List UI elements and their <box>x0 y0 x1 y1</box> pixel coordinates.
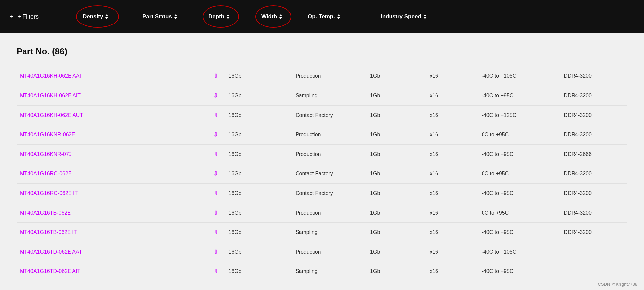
industry-speed-label: Industry Speed <box>381 13 421 20</box>
table-row: MT40A1G16KNR-075⇩16GbProduction1Gbx16-40… <box>17 145 627 164</box>
part-status-cell: Sampling <box>292 223 367 242</box>
download-icon[interactable]: ⇩ <box>213 210 218 216</box>
depth-cell: 1Gb <box>367 125 426 145</box>
depth-label: Depth <box>208 13 224 20</box>
width-sort-icon <box>279 14 282 19</box>
width-cell: x16 <box>426 262 479 281</box>
part-number-link[interactable]: MT40A1G16TB-062E <box>20 210 71 216</box>
width-cell: x16 <box>426 242 479 262</box>
download-icon[interactable]: ⇩ <box>213 190 218 197</box>
download-icon[interactable]: ⇩ <box>213 112 218 119</box>
part-number-link[interactable]: MT40A1G16KH-062E AAT <box>20 73 82 79</box>
op-temp-cell: -40C to +95C <box>479 223 561 242</box>
depth-cell: 1Gb <box>367 86 426 106</box>
download-icon[interactable]: ⇩ <box>213 131 218 138</box>
depth-cell: 1Gb <box>367 203 426 223</box>
col-header-op-temp[interactable]: Op. Temp. <box>308 13 381 20</box>
industry-speed-cell: DDR4-3200 <box>560 125 627 145</box>
density-cell: 16Gb <box>225 67 292 86</box>
width-cell: x16 <box>426 184 479 203</box>
op-temp-cell: -40C to +95C <box>479 86 561 106</box>
density-cell: 16Gb <box>225 223 292 242</box>
depth-sort-icon <box>226 14 230 19</box>
op-temp-cell: -40C to +125C <box>479 106 561 125</box>
density-label: Density <box>83 13 103 20</box>
depth-cell: 1Gb <box>367 67 426 86</box>
table-row: MT40A1G16TB-062E⇩16GbProduction1Gbx160C … <box>17 203 627 223</box>
part-status-cell: Production <box>292 125 367 145</box>
density-cell: 16Gb <box>225 164 292 184</box>
part-number-link[interactable]: MT40A1G16TD-062E AIT <box>20 268 80 274</box>
table-row: MT40A1G16TD-062E AIT⇩16GbSampling1Gbx16-… <box>17 262 627 281</box>
op-temp-cell: -40C to +105C <box>479 242 561 262</box>
table-row: MT40A1G16KH-062E AAT⇩16GbProduction1Gbx1… <box>17 67 627 86</box>
col-header-depth[interactable]: Depth <box>208 13 261 20</box>
col-header-density[interactable]: Density <box>83 13 142 20</box>
depth-cell: 1Gb <box>367 262 426 281</box>
op-temp-cell: -40C to +105C <box>479 67 561 86</box>
part-status-sort-icon <box>174 14 177 19</box>
part-status-cell: Production <box>292 67 367 86</box>
part-number-link[interactable]: MT40A1G16KNR-075 <box>20 151 72 157</box>
density-cell: 16Gb <box>225 184 292 203</box>
part-number-link[interactable]: MT40A1G16KNR-062E <box>20 132 75 137</box>
op-temp-cell: -40C to +95C <box>479 184 561 203</box>
industry-speed-cell <box>560 242 627 262</box>
col-header-industry-speed[interactable]: Industry Speed <box>381 13 440 20</box>
depth-cell: 1Gb <box>367 145 426 164</box>
section-title: Part No. (86) <box>17 46 627 57</box>
table-row: MT40A1G16KH-062E AUT⇩16GbContact Factory… <box>17 106 627 125</box>
width-cell: x16 <box>426 125 479 145</box>
col-header-width[interactable]: Width <box>261 13 308 20</box>
download-icon[interactable]: ⇩ <box>213 92 218 99</box>
part-number-link[interactable]: MT40A1G16TD-062E AAT <box>20 249 82 255</box>
depth-cell: 1Gb <box>367 164 426 184</box>
column-headers: Density Part Status Depth <box>83 13 634 20</box>
depth-cell: 1Gb <box>367 223 426 242</box>
density-cell: 16Gb <box>225 242 292 262</box>
part-number-link[interactable]: MT40A1G16RC-062E IT <box>20 190 78 196</box>
width-cell: x16 <box>426 223 479 242</box>
part-status-cell: Production <box>292 242 367 262</box>
part-number-link[interactable]: MT40A1G16KH-062E AUT <box>20 112 83 118</box>
depth-cell: 1Gb <box>367 242 426 262</box>
download-icon[interactable]: ⇩ <box>213 249 218 255</box>
part-number-link[interactable]: MT40A1G16TB-062E IT <box>20 229 77 235</box>
part-number-link[interactable]: MT40A1G16RC-062E <box>20 171 72 176</box>
download-icon[interactable]: ⇩ <box>213 151 218 158</box>
table-row: MT40A1G16RC-062E⇩16GbContact Factory1Gbx… <box>17 164 627 184</box>
op-temp-label: Op. Temp. <box>308 13 335 20</box>
part-status-cell: Production <box>292 145 367 164</box>
part-status-cell: Sampling <box>292 262 367 281</box>
depth-cell: 1Gb <box>367 184 426 203</box>
parts-table: MT40A1G16KH-062E AAT⇩16GbProduction1Gbx1… <box>17 67 627 281</box>
op-temp-cell: 0C to +95C <box>479 164 561 184</box>
industry-speed-cell: DDR4-3200 <box>560 106 627 125</box>
width-cell: x16 <box>426 86 479 106</box>
part-status-cell: Contact Factory <box>292 184 367 203</box>
depth-cell: 1Gb <box>367 106 426 125</box>
width-cell: x16 <box>426 164 479 184</box>
filters-label: + Filters <box>18 13 39 20</box>
download-icon[interactable]: ⇩ <box>213 73 218 79</box>
width-cell: x16 <box>426 106 479 125</box>
table-row: MT40A1G16KNR-062E⇩16GbProduction1Gbx160C… <box>17 125 627 145</box>
industry-speed-cell: DDR4-3200 <box>560 67 627 86</box>
density-sort-icon <box>105 14 108 19</box>
width-cell: x16 <box>426 67 479 86</box>
density-cell: 16Gb <box>225 145 292 164</box>
download-icon[interactable]: ⇩ <box>213 170 218 177</box>
filters-button[interactable]: + + Filters <box>10 13 83 20</box>
industry-speed-cell: DDR4-3200 <box>560 203 627 223</box>
industry-speed-cell: DDR4-2666 <box>560 145 627 164</box>
op-temp-cell: -40C to +95C <box>479 262 561 281</box>
industry-speed-sort-icon <box>423 14 427 19</box>
table-row: MT40A1G16RC-062E IT⇩16GbContact Factory1… <box>17 184 627 203</box>
download-icon[interactable]: ⇩ <box>213 268 218 275</box>
industry-speed-cell <box>560 262 627 281</box>
width-cell: x16 <box>426 145 479 164</box>
col-header-part-status[interactable]: Part Status <box>142 13 208 20</box>
download-icon[interactable]: ⇩ <box>213 229 218 236</box>
part-number-link[interactable]: MT40A1G16KH-062E AIT <box>20 93 81 98</box>
csdn-credit: CSDN @Knight7788 <box>598 282 637 287</box>
